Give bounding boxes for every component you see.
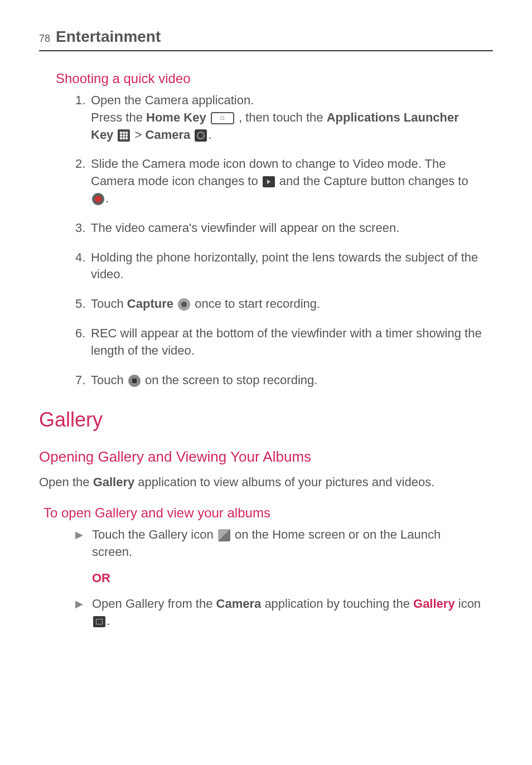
- home-key-label: Home Key: [146, 110, 210, 124]
- shooting-heading: Shooting a quick video: [56, 71, 493, 86]
- stop-icon: [128, 375, 141, 387]
- step-number: 4.: [75, 249, 85, 267]
- step-4: 4. Holding the phone horizontally, point…: [75, 249, 482, 284]
- section-title: Entertainment: [56, 28, 161, 46]
- step-3: 3. The video camera's viewfinder will ap…: [75, 220, 482, 237]
- step-text: Holding the phone horizontally, point th…: [91, 250, 478, 282]
- page-header: 78 Entertainment: [39, 28, 493, 51]
- home-key-icon: [211, 112, 234, 124]
- step-text: Touch: [91, 373, 127, 387]
- gallery-small-icon: [93, 616, 105, 627]
- step-text: .: [208, 128, 211, 142]
- apps-launcher-icon: [118, 129, 130, 142]
- or-separator: OR: [92, 571, 493, 585]
- step-7: 7. Touch on the screen to stop recording…: [75, 372, 482, 389]
- video-mode-icon: [263, 176, 275, 187]
- intro-text: Open the: [39, 475, 93, 489]
- capture-icon: [178, 298, 190, 311]
- step-text: Touch: [91, 297, 127, 311]
- gallery-app-label: Gallery: [93, 475, 135, 489]
- bullet-text: .: [107, 614, 110, 628]
- step-5: 5. Touch Capture once to start recording…: [75, 296, 482, 313]
- step-text: , then touch the: [235, 110, 327, 124]
- step-text: The video camera's viewfinder will appea…: [91, 221, 399, 235]
- step-number: 1.: [75, 92, 85, 109]
- gallery-icon: [218, 529, 230, 541]
- camera-icon: [195, 129, 207, 142]
- record-icon: [92, 193, 104, 205]
- bullet-2: ▶ Open Gallery from the Camera applicati…: [75, 595, 482, 630]
- step-text: and the Capture button changes to: [276, 174, 468, 188]
- step-number: 2.: [75, 156, 85, 173]
- gallery-bullets-2: ▶ Open Gallery from the Camera applicati…: [75, 595, 482, 630]
- page-number: 78: [39, 33, 50, 45]
- capture-label: Capture: [127, 297, 177, 311]
- step-6: 6. REC will appear at the bottom of the …: [75, 325, 482, 360]
- open-gallery-heading: To open Gallery and view your albums: [43, 505, 493, 521]
- step-text: REC will appear at the bottom of the vie…: [91, 326, 482, 357]
- step-2: 2. Slide the Camera mode icon down to ch…: [75, 156, 482, 207]
- step-number: 6.: [75, 325, 85, 342]
- gallery-heading: Gallery: [39, 408, 493, 432]
- step-text: on the screen to stop recording.: [142, 373, 318, 387]
- step-text: once to start recording.: [191, 297, 320, 311]
- camera-app-label: Camera: [216, 597, 262, 611]
- step-number: 5.: [75, 296, 85, 313]
- intro-text: application to view albums of your pictu…: [134, 475, 434, 489]
- step-number: 7.: [75, 372, 85, 389]
- step-1: 1. Open the Camera application. Press th…: [75, 92, 482, 143]
- gallery-label: Gallery: [413, 597, 455, 611]
- camera-label: Camera: [146, 128, 194, 142]
- arrow-icon: ▶: [75, 528, 83, 542]
- step-text: >: [131, 128, 145, 142]
- step-text: Open the Camera application.: [91, 93, 254, 107]
- bullet-text: application by touching the: [261, 597, 413, 611]
- step-number: 3.: [75, 220, 85, 237]
- bullet-text: icon: [455, 597, 481, 611]
- bullet-text: Open Gallery from the: [92, 597, 216, 611]
- step-text: .: [105, 191, 109, 205]
- bullet-text: Touch the Gallery icon: [92, 527, 217, 541]
- gallery-bullets: ▶ Touch the Gallery icon on the Home scr…: [75, 526, 482, 561]
- bullet-1: ▶ Touch the Gallery icon on the Home scr…: [75, 526, 482, 561]
- gallery-subheading: Opening Gallery and Viewing Your Albums: [39, 448, 493, 466]
- shooting-steps: 1. Open the Camera application. Press th…: [75, 92, 482, 389]
- arrow-icon: ▶: [75, 597, 83, 611]
- gallery-intro: Open the Gallery application to view alb…: [39, 474, 493, 491]
- step-text: Press the: [91, 110, 146, 124]
